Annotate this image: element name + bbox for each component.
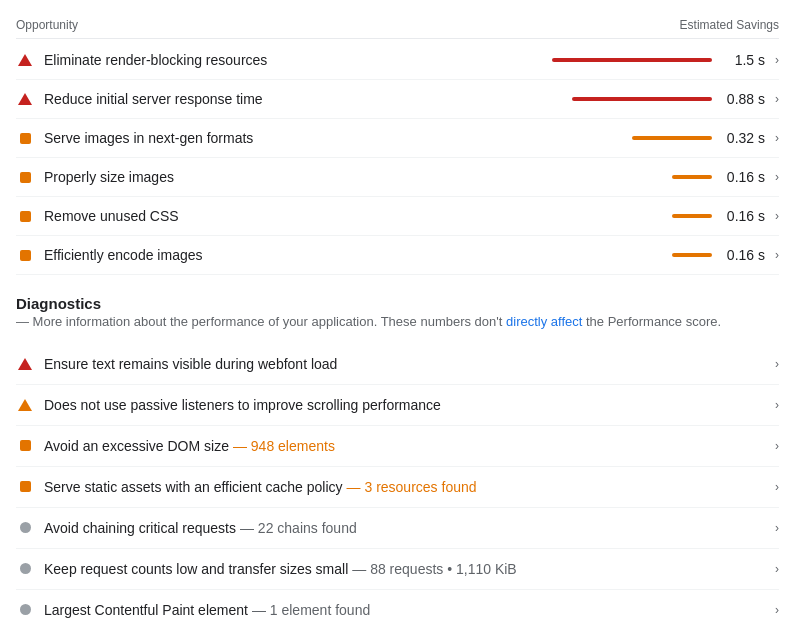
- opportunity-row-render-blocking[interactable]: Eliminate render-blocking resources 1.5 …: [16, 41, 779, 80]
- diagnostic-row-dom-size[interactable]: Avoid an excessive DOM size— 948 element…: [16, 426, 779, 467]
- circle-icon: [16, 519, 34, 537]
- square-icon: [16, 246, 34, 264]
- savings-bar: [632, 136, 712, 140]
- savings-value: 0.32 s: [720, 130, 765, 146]
- triangle-icon: [16, 396, 34, 414]
- triangle-icon: [16, 355, 34, 373]
- diagnostics-description: — More information about the performance…: [16, 312, 721, 332]
- diagnostic-label: Largest Contentful Paint element— 1 elem…: [44, 602, 771, 618]
- savings-column-header: Estimated Savings: [680, 18, 779, 32]
- chevron-icon: ›: [775, 53, 779, 67]
- square-icon: [16, 207, 34, 225]
- sub-label: — 1 element found: [252, 602, 370, 618]
- chevron-icon: ›: [775, 170, 779, 184]
- opportunity-row-properly-size[interactable]: Properly size images 0.16 s ›: [16, 158, 779, 197]
- savings-value: 0.16 s: [720, 247, 765, 263]
- diagnostic-row-passive-listeners[interactable]: Does not use passive listeners to improv…: [16, 385, 779, 426]
- sub-label: — 22 chains found: [240, 520, 357, 536]
- chevron-icon: ›: [775, 562, 779, 576]
- opportunity-label: Remove unused CSS: [44, 208, 664, 224]
- square-icon: [16, 129, 34, 147]
- chevron-icon: ›: [775, 357, 779, 371]
- savings-bar: [672, 175, 712, 179]
- savings-value: 0.16 s: [720, 169, 765, 185]
- diagnostic-row-webfont-load[interactable]: Ensure text remains visible during webfo…: [16, 344, 779, 385]
- savings-bar: [552, 58, 712, 62]
- square-icon: [16, 478, 34, 496]
- diagnostics-title: Diagnostics: [16, 295, 101, 312]
- opportunity-row-unused-css[interactable]: Remove unused CSS 0.16 s ›: [16, 197, 779, 236]
- bar-container: 0.16 s ›: [672, 247, 779, 263]
- diagnostic-row-request-counts[interactable]: Keep request counts low and transfer siz…: [16, 549, 779, 590]
- savings-bar: [672, 253, 712, 257]
- section-header: Opportunity Estimated Savings: [16, 12, 779, 39]
- opportunities-section: Opportunity Estimated Savings Eliminate …: [16, 12, 779, 275]
- diagnostics-header: Diagnostics — More information about the…: [16, 295, 779, 332]
- savings-bar: [572, 97, 712, 101]
- diagnostic-label: Avoid chaining critical requests— 22 cha…: [44, 520, 771, 536]
- diagnostic-row-lcp-element[interactable]: Largest Contentful Paint element— 1 elem…: [16, 590, 779, 619]
- chevron-icon: ›: [775, 439, 779, 453]
- sub-label: — 948 elements: [233, 438, 335, 454]
- diagnostics-desc-after: the Performance score.: [582, 314, 721, 329]
- opportunities-list: Eliminate render-blocking resources 1.5 …: [16, 41, 779, 275]
- diagnostic-label: Does not use passive listeners to improv…: [44, 397, 771, 413]
- diagnostic-row-critical-chains[interactable]: Avoid chaining critical requests— 22 cha…: [16, 508, 779, 549]
- diagnostic-row-cache-policy[interactable]: Serve static assets with an efficient ca…: [16, 467, 779, 508]
- bar-container: 0.32 s ›: [632, 130, 779, 146]
- circle-icon: [16, 560, 34, 578]
- bar-container: 0.88 s ›: [572, 91, 779, 107]
- savings-value: 1.5 s: [720, 52, 765, 68]
- opportunity-label: Serve images in next-gen formats: [44, 130, 624, 146]
- diagnostics-desc-before: — More information about the performance…: [16, 314, 506, 329]
- diagnostics-list: Ensure text remains visible during webfo…: [16, 344, 779, 619]
- chevron-icon: ›: [775, 398, 779, 412]
- bar-container: 0.16 s ›: [672, 208, 779, 224]
- triangle-icon: [16, 51, 34, 69]
- diagnostic-label: Ensure text remains visible during webfo…: [44, 356, 771, 372]
- diagnostics-section: Diagnostics — More information about the…: [16, 295, 779, 618]
- chevron-icon: ›: [775, 248, 779, 262]
- opportunity-label: Properly size images: [44, 169, 664, 185]
- circle-icon: [16, 601, 34, 619]
- opportunity-row-encode-images[interactable]: Efficiently encode images 0.16 s ›: [16, 236, 779, 275]
- chevron-icon: ›: [775, 480, 779, 494]
- triangle-icon: [16, 90, 34, 108]
- bar-container: 1.5 s ›: [552, 52, 779, 68]
- diagnostic-label: Serve static assets with an efficient ca…: [44, 479, 771, 495]
- bar-container: 0.16 s ›: [672, 169, 779, 185]
- chevron-icon: ›: [775, 521, 779, 535]
- sub-label: — 3 resources found: [347, 479, 477, 495]
- opportunity-row-server-response[interactable]: Reduce initial server response time 0.88…: [16, 80, 779, 119]
- sub-label: — 88 requests • 1,110 KiB: [352, 561, 516, 577]
- opportunity-label: Reduce initial server response time: [44, 91, 564, 107]
- savings-bar: [672, 214, 712, 218]
- diagnostics-link[interactable]: directly affect: [506, 314, 582, 329]
- opportunity-column-header: Opportunity: [16, 18, 78, 32]
- opportunity-label: Eliminate render-blocking resources: [44, 52, 544, 68]
- square-icon: [16, 437, 34, 455]
- diagnostic-label: Keep request counts low and transfer siz…: [44, 561, 771, 577]
- diagnostic-label: Avoid an excessive DOM size— 948 element…: [44, 438, 771, 454]
- savings-value: 0.16 s: [720, 208, 765, 224]
- chevron-icon: ›: [775, 209, 779, 223]
- opportunity-label: Efficiently encode images: [44, 247, 664, 263]
- chevron-icon: ›: [775, 92, 779, 106]
- chevron-icon: ›: [775, 603, 779, 617]
- chevron-icon: ›: [775, 131, 779, 145]
- savings-value: 0.88 s: [720, 91, 765, 107]
- square-icon: [16, 168, 34, 186]
- opportunity-row-next-gen-formats[interactable]: Serve images in next-gen formats 0.32 s …: [16, 119, 779, 158]
